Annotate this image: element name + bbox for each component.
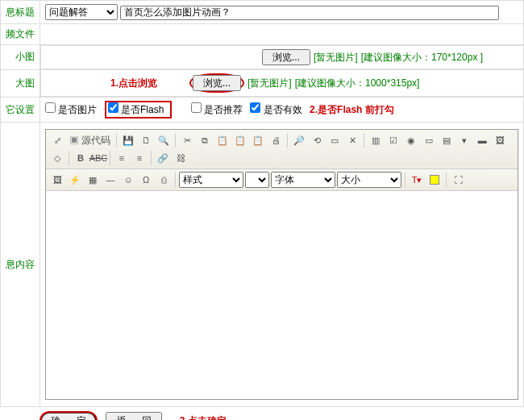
check-rec[interactable]: 是否推荐	[191, 104, 243, 115]
row-content-cell: ⤢ ▣ 源代码 💾 🗋 🔍 ✂ ⧉ 📋 📋 📋 🖨 🔎 ⟲	[40, 123, 524, 407]
font-select[interactable]: 字体	[271, 172, 335, 188]
note-2: 2.是否Flash 前打勾	[310, 104, 394, 115]
replace-icon[interactable]: ⟲	[309, 132, 325, 148]
row-title-cell: 问题解答	[40, 1, 524, 24]
back-button[interactable]: 返 回	[106, 412, 162, 420]
form-table: 息标题 问题解答 频文件 小图 浏览... [暂无图片] [建议图像大小：170…	[0, 0, 524, 407]
textcolor-icon[interactable]: T▾	[409, 172, 425, 188]
row-content-label: 息内容	[1, 123, 40, 407]
pagebreak-icon[interactable]: ⎙	[156, 172, 172, 188]
smiley-icon[interactable]: ☺	[120, 172, 136, 188]
hr-icon[interactable]: —	[102, 172, 119, 188]
big-hint-size: [建议图像大小：1000*315px]	[295, 77, 420, 90]
align-center-icon[interactable]: ≡	[131, 150, 148, 166]
textfield-icon[interactable]: ▭	[421, 132, 437, 148]
row-big-label: 大图	[1, 69, 40, 98]
button-icon[interactable]: ▬	[474, 132, 490, 148]
editor-content[interactable]	[46, 191, 518, 397]
save-icon[interactable]: 💾	[120, 132, 136, 148]
row-big-cell: 1.点击浏览 浏览... [暂无图片] [建议图像大小：1000*315px]	[40, 69, 524, 97]
note-1: 1.点击浏览	[110, 77, 157, 90]
footer: 确 定 返 回 3.点击确定	[0, 407, 524, 420]
insert-image-icon[interactable]: 🖼	[49, 172, 65, 188]
flash-icon[interactable]: ⚡	[67, 172, 83, 188]
editor-toolbar-1: ⤢ ▣ 源代码 💾 🗋 🔍 ✂ ⧉ 📋 📋 📋 🖨 🔎 ⟲	[46, 130, 518, 169]
special-icon[interactable]: Ω	[138, 172, 154, 188]
maximize-icon[interactable]: ⛶	[450, 172, 466, 188]
row-small-cell: 浏览... [暂无图片] [建议图像大小：170*120px ]	[40, 45, 524, 69]
cut-icon[interactable]: ✂	[179, 132, 195, 148]
hidden-icon[interactable]: ◇	[49, 150, 65, 166]
size-select[interactable]: 大小	[337, 172, 401, 188]
checkbox-icon[interactable]: ☑	[385, 132, 401, 148]
ok-button[interactable]: 确 定	[40, 412, 97, 420]
find-icon[interactable]: 🔎	[291, 132, 307, 148]
form-icon[interactable]: ▥	[368, 132, 384, 148]
check-valid[interactable]: 是否有效	[250, 104, 302, 115]
format-select[interactable]	[245, 172, 269, 188]
small-browse-button[interactable]: 浏览...	[262, 49, 310, 65]
paste2-icon[interactable]: 📋	[232, 132, 248, 148]
select-icon[interactable]: ▾	[456, 132, 472, 148]
row-settings-cell: 是否图片 是否Flash 是否推荐 是否有效 2.是否Flash 前打勾	[40, 98, 524, 123]
source-button[interactable]: ▣ 源代码	[67, 134, 113, 148]
paste-icon[interactable]: 📋	[214, 132, 231, 148]
clear-icon[interactable]: ✕	[344, 132, 360, 148]
note-3: 3.点击确定	[180, 415, 227, 421]
image-icon[interactable]: 🖼	[492, 132, 508, 148]
strike-icon[interactable]: ABC	[90, 150, 106, 166]
small-hint-noimg: [暂无图片]	[314, 51, 358, 64]
check-flash[interactable]: 是否Flash	[108, 104, 164, 115]
row-video-cell	[40, 24, 524, 45]
paste3-icon[interactable]: 📋	[250, 132, 266, 148]
align-left-icon[interactable]: ≡	[114, 150, 130, 166]
rich-editor: ⤢ ▣ 源代码 💾 🗋 🔍 ✂ ⧉ 📋 📋 📋 🖨 🔎 ⟲	[45, 129, 518, 400]
big-hint-noimg: [暂无图片]	[247, 77, 292, 90]
new-icon[interactable]: 🗋	[138, 132, 154, 148]
preview-icon[interactable]: 🔍	[156, 132, 172, 148]
row-settings-label: 它设置	[1, 98, 40, 123]
style-select[interactable]: 样式	[179, 172, 243, 188]
category-select[interactable]: 问题解答	[45, 4, 118, 20]
radio-icon[interactable]: ◉	[403, 132, 419, 148]
selectall-icon[interactable]: ▭	[326, 132, 343, 148]
row-video-label: 频文件	[1, 24, 40, 45]
textarea-icon[interactable]: ▤	[439, 132, 455, 148]
big-browse-button[interactable]: 浏览...	[193, 75, 241, 91]
bold-icon[interactable]: B	[73, 150, 89, 166]
title-input[interactable]	[120, 6, 499, 20]
copy-icon[interactable]: ⧉	[197, 132, 213, 148]
check-pic[interactable]: 是否图片	[45, 104, 97, 115]
row-small-label: 小图	[1, 45, 40, 70]
bgcolor-icon[interactable]	[426, 172, 443, 188]
link-icon[interactable]: 🔗	[155, 150, 171, 166]
print-icon[interactable]: 🖨	[268, 132, 284, 148]
small-hint-size: [建议图像大小：170*120px ]	[361, 51, 483, 64]
unlink-icon[interactable]: ⛓	[173, 150, 189, 166]
table-icon[interactable]: ▦	[85, 172, 101, 188]
row-title-label: 息标题	[1, 1, 40, 24]
editor-toolbar-2: 🖼 ⚡ ▦ — ☺ Ω ⎙ 样式 字体 大小 T▾ ⛶	[46, 169, 518, 191]
expand-icon[interactable]: ⤢	[49, 132, 65, 148]
